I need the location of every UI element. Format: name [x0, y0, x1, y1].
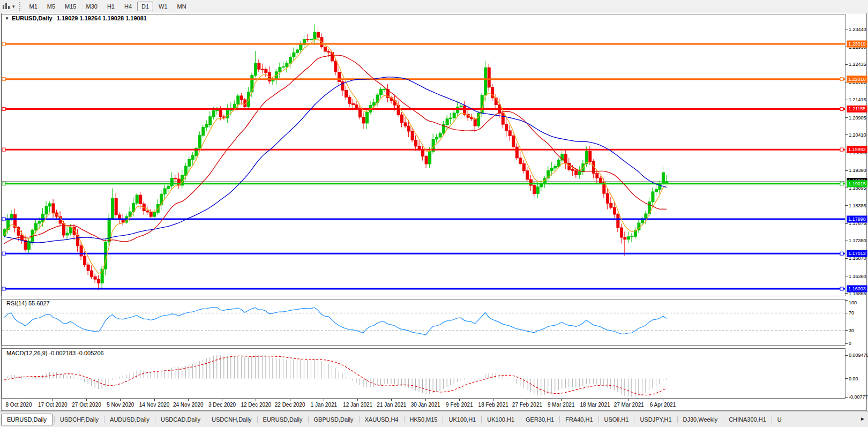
svg-text:30 Jan 2021: 30 Jan 2021 [411, 402, 440, 408]
tab-dj30-weekly[interactable]: DJ30,Weekly [679, 415, 722, 424]
tab-separator [404, 416, 405, 423]
tab-separator [443, 416, 443, 423]
svg-text:24 Nov 2020: 24 Nov 2020 [173, 402, 204, 408]
svg-text:3 Dec 2020: 3 Dec 2020 [208, 402, 236, 408]
svg-text:1.21415: 1.21415 [849, 97, 866, 102]
chart-type-tool[interactable]: ▾ [0, 1, 17, 12]
timeframe-mn-button[interactable]: MN [173, 2, 191, 11]
timeframe-m1-button[interactable]: M1 [25, 2, 42, 11]
svg-text:18 Feb 2021: 18 Feb 2021 [478, 402, 509, 408]
svg-text:1.16003: 1.16003 [848, 286, 866, 291]
svg-text:14 Nov 2020: 14 Nov 2020 [139, 402, 170, 408]
svg-text:0: 0 [849, 341, 851, 346]
tab-eurusd-daily[interactable]: EURUSD,Daily [259, 415, 306, 424]
svg-text:1.17012: 1.17012 [848, 251, 866, 256]
tab-audusd-daily[interactable]: AUDUSD,Daily [106, 415, 153, 424]
tab-xauusd-h4[interactable]: XAUUSD,H4 [361, 415, 402, 424]
tab-usdcnh-daily[interactable]: USDCNH,Daily [208, 415, 256, 424]
tab-ger30-h1[interactable]: GER30,H1 [522, 415, 558, 424]
tab-separator [598, 416, 599, 423]
svg-text:5 Nov 2020: 5 Nov 2020 [107, 402, 134, 408]
svg-text:0.00: 0.00 [849, 376, 858, 381]
timeframe-m5-button[interactable]: M5 [43, 2, 59, 11]
price-chart-canvas[interactable]: 1.234401.229301.224351.219251.214151.209… [0, 0, 868, 427]
tab-separator [54, 416, 55, 423]
tab-separator [772, 416, 772, 423]
svg-text:6 Apr 2021: 6 Apr 2021 [650, 402, 676, 408]
svg-text:1.17998: 1.17998 [848, 216, 866, 222]
symbol-tab-bar: EURUSD,DailyUSDCHF,DailyAUDUSD,DailyUSDC… [0, 411, 868, 427]
svg-text:1.16360: 1.16360 [849, 274, 866, 279]
hline-handle[interactable] [2, 78, 5, 81]
tab-separator [520, 416, 520, 423]
hline-handle[interactable] [840, 107, 843, 110]
timeframe-d1-button[interactable]: D1 [137, 2, 153, 11]
tab-separator [257, 416, 258, 423]
hline-handle[interactable] [2, 287, 5, 290]
symbol-tabs: EURUSD,DailyUSDCHF,DailyAUDUSD,DailyUSDC… [0, 411, 785, 427]
timeframe-w1-button[interactable]: W1 [154, 2, 172, 11]
hline-handle[interactable] [840, 252, 843, 255]
svg-text:12 Dec 2020: 12 Dec 2020 [241, 402, 271, 408]
tab-usdchf-daily[interactable]: USDCHF,Daily [56, 415, 102, 424]
tab-separator [559, 416, 560, 423]
tab-separator [308, 416, 309, 423]
svg-text:17 Oct 2020: 17 Oct 2020 [38, 402, 68, 408]
timeframe-h1-button[interactable]: H1 [103, 2, 119, 11]
tab-u[interactable]: U [774, 415, 785, 424]
tab-separator [155, 416, 155, 423]
svg-text:8 Oct 2020: 8 Oct 2020 [6, 402, 32, 408]
hline-handle[interactable] [2, 252, 5, 255]
hline-handle[interactable] [840, 287, 843, 290]
tab-usdjpy-h1[interactable]: USDJPY,H1 [636, 415, 675, 424]
hline-handle[interactable] [840, 78, 843, 81]
tab-uk100-h1[interactable]: UK100,H1 [445, 415, 480, 424]
hline-handle[interactable] [2, 218, 5, 221]
svg-text:1.20410: 1.20410 [849, 132, 866, 138]
svg-text:1.22435: 1.22435 [849, 62, 866, 67]
hline-handle[interactable] [840, 182, 843, 185]
svg-text:27 Oct 2020: 27 Oct 2020 [72, 402, 101, 408]
svg-text:9 Feb 2021: 9 Feb 2021 [446, 402, 473, 408]
svg-text:1.17380: 1.17380 [849, 238, 866, 243]
svg-text:22 Dec 2020: 22 Dec 2020 [275, 402, 305, 408]
timeframe-m30-button[interactable]: M30 [82, 2, 102, 11]
tab-usdcad-daily[interactable]: USDCAD,Daily [157, 415, 204, 424]
rsi-pane-frame [2, 299, 845, 346]
svg-text:1.23440: 1.23440 [849, 27, 866, 32]
svg-text:9 Mar 2021: 9 Mar 2021 [548, 402, 575, 408]
tab-separator [481, 416, 482, 423]
tab-usoil-h1[interactable]: USOil,H1 [601, 415, 633, 424]
svg-text:1.21155: 1.21155 [849, 106, 866, 111]
tab-fra40-h1[interactable]: FRA40,H1 [562, 415, 596, 424]
tab-eurusd-daily[interactable]: EURUSD,Daily [1, 414, 53, 425]
timeframe-m15-button[interactable]: M15 [61, 2, 80, 11]
svg-text:1.18385: 1.18385 [849, 203, 866, 208]
hline-handle[interactable] [2, 182, 5, 185]
toolbar-grip[interactable] [19, 2, 20, 11]
rsi-label: RSI(14) 55.6027 [6, 300, 50, 306]
dropdown-caret-icon: ▾ [12, 4, 15, 9]
svg-text:12 Jan 2021: 12 Jan 2021 [343, 402, 372, 408]
svg-text:-0.00777: -0.00777 [849, 394, 868, 400]
hline-handle[interactable] [2, 107, 5, 110]
hline-handle[interactable] [2, 148, 5, 151]
hline-handle[interactable] [840, 148, 843, 151]
symbol-dropdown-icon[interactable]: ▼ [5, 16, 9, 21]
svg-text:1.19390: 1.19390 [849, 168, 866, 173]
svg-text:18 Mar 2021: 18 Mar 2021 [580, 402, 610, 408]
tab-uk100-h1[interactable]: UK100,H1 [483, 415, 518, 424]
tab-gbpusd-daily[interactable]: GBPUSD,Daily [310, 415, 357, 424]
svg-text:21 Jan 2021: 21 Jan 2021 [377, 402, 406, 408]
tab-china300-h1[interactable]: CHINA300,H1 [725, 415, 770, 424]
svg-text:27 Feb 2021: 27 Feb 2021 [512, 402, 543, 408]
chart-type-icon [2, 3, 11, 10]
macd-label: MACD(12,26,9) -0.002183 -0.005206 [6, 350, 104, 356]
tab-hk50-m15[interactable]: HK50,M15 [406, 415, 442, 424]
tab-scroll-right-button[interactable]: ► [860, 416, 865, 422]
chart-title: ▼EURUSD,Daily1.19029 1.19264 1.19028 1.1… [5, 15, 147, 21]
tab-separator [359, 416, 360, 423]
hline-handle[interactable] [2, 42, 5, 46]
tab-separator [206, 416, 206, 423]
timeframe-h4-button[interactable]: H4 [120, 2, 136, 11]
